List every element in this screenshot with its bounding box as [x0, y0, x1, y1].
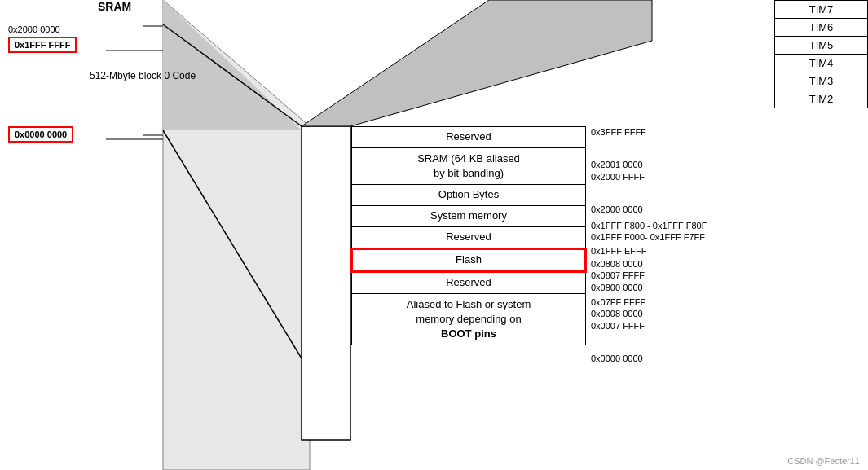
sram-label: SRAM — [98, 0, 131, 13]
tim6-label: TIM6 — [775, 19, 868, 37]
reserved-low-cell: Reserved — [352, 271, 586, 293]
tim7-label: TIM7 — [775, 1, 868, 19]
svg-marker-9 — [302, 0, 652, 126]
reserved-top-cell: Reserved — [352, 127, 586, 148]
tim5-label: TIM5 — [775, 37, 868, 55]
svg-marker-1 — [163, 0, 302, 130]
svg-line-3 — [163, 130, 302, 358]
addr-1fff-ffff-box: 0x1FFF FFFF — [8, 37, 77, 53]
addr-0008-0000: 0x0008 0000 — [591, 308, 707, 319]
addr-0807-ffff: 0x0807 FFFF — [591, 270, 707, 281]
addr-0007-ffff: 0x0007 FFFF — [591, 320, 707, 332]
system-memory-cell: System memory — [352, 206, 586, 227]
address-labels: 0x3FFF FFFF 0x2001 0000 0x2000 FFFF 0x20… — [591, 126, 707, 364]
flash-cell: Flash — [352, 248, 586, 271]
addr-07ff-ffff: 0x07FF FFFF — [591, 296, 707, 308]
addr-1fff-f800: 0x1FFF F800 - 0x1FFF F80F — [591, 220, 707, 231]
addr-0000-0000-box: 0x0000 0000 — [8, 126, 73, 143]
watermark: CSDN @Fecter11 — [787, 456, 860, 466]
addr-0000-0000-right: 0x0000 0000 — [591, 353, 707, 364]
memory-map-table: Reserved SRAM (64 KB aliasedby bit-bandi… — [350, 126, 587, 345]
boot-pins-cell: Aliased to Flash or systemmemory dependi… — [352, 293, 586, 345]
tim4-label: TIM4 — [775, 55, 868, 72]
addr-0808-0000: 0x0808 0000 — [591, 258, 707, 270]
addr-2001-0000: 0x2001 0000 — [591, 159, 707, 170]
addr-0800-0000: 0x0800 0000 — [591, 282, 707, 293]
addr-1fff-f000: 0x1FFF F000- 0x1FFF F7FF — [591, 231, 707, 243]
tim3-label: TIM3 — [775, 72, 868, 90]
tim-table: TIM7 TIM6 TIM5 TIM4 TIM3 TIM2 — [774, 0, 868, 108]
addr-1fff-efff: 0x1FFF EFFF — [591, 245, 707, 257]
addr-2000-0000-right: 0x2000 0000 — [591, 204, 707, 215]
addr-2000-0000: 0x2000 0000 — [8, 24, 60, 34]
tim2-label: TIM2 — [775, 90, 868, 108]
option-bytes-cell: Option Bytes — [352, 185, 586, 206]
svg-marker-8 — [302, 126, 350, 440]
addr-2000-ffff: 0x2000 FFFF — [591, 171, 707, 182]
addr-3fff-ffff: 0x3FFF FFFF — [591, 126, 707, 138]
block-label: 512-Mbyte block 0 Code — [90, 69, 196, 83]
sram-cell: SRAM (64 KB aliasedby bit-banding) — [352, 147, 586, 184]
reserved-mid-cell: Reserved — [352, 227, 586, 249]
main-container: SRAM 0x2000 0000 0x1FFF FFFF 512-Mbyte b… — [0, 0, 868, 470]
